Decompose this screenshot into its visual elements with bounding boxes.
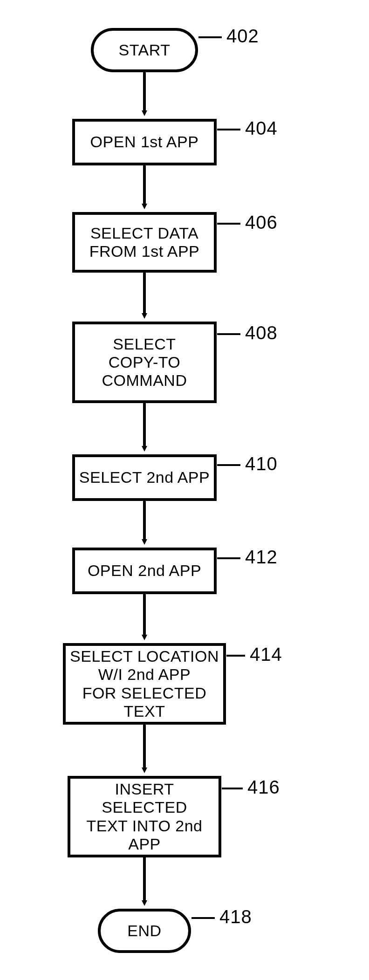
lead-402 — [198, 36, 222, 38]
lead-418 — [191, 917, 215, 919]
ref-406: 406 — [245, 212, 278, 233]
node-select-data: SELECT DATA FROM 1st APP — [72, 212, 217, 273]
lead-404 — [217, 129, 240, 130]
ref-412: 412 — [245, 547, 278, 568]
node-end: END — [98, 909, 191, 953]
node-end-text: END — [127, 922, 161, 940]
node-406-text: SELECT DATA FROM 1st APP — [89, 224, 200, 260]
node-start-text: START — [119, 41, 171, 59]
lead-416 — [222, 788, 243, 789]
node-select-2nd-app: SELECT 2nd APP — [72, 454, 217, 501]
node-open-2nd-app: OPEN 2nd APP — [72, 548, 217, 594]
lead-406 — [217, 223, 240, 225]
node-414-text: SELECT LOCATION W/I 2nd APP FOR SELECTED… — [69, 647, 219, 720]
lead-408 — [217, 333, 240, 335]
node-copy-to: SELECT COPY-TO COMMAND — [72, 322, 217, 403]
ref-414: 414 — [250, 644, 282, 665]
ref-408: 408 — [245, 322, 278, 343]
node-insert-text: INSERT SELECTED TEXT INTO 2nd APP — [68, 776, 221, 857]
lead-414 — [226, 655, 245, 657]
flowchart-canvas: START 402 OPEN 1st APP 404 SELECT DATA F… — [0, 0, 369, 980]
lead-412 — [217, 557, 240, 559]
ref-416: 416 — [247, 777, 280, 798]
node-408-text: SELECT COPY-TO COMMAND — [102, 335, 187, 390]
node-open-1st-app: OPEN 1st APP — [72, 119, 217, 165]
lead-410 — [217, 464, 240, 466]
node-start: START — [91, 28, 198, 72]
ref-418: 418 — [219, 906, 252, 927]
ref-404: 404 — [245, 118, 278, 139]
ref-402: 402 — [226, 26, 259, 47]
node-410-text: SELECT 2nd APP — [79, 468, 210, 487]
node-404-text: OPEN 1st APP — [90, 133, 199, 151]
node-416-text: INSERT SELECTED TEXT INTO 2nd APP — [74, 780, 215, 853]
node-select-location: SELECT LOCATION W/I 2nd APP FOR SELECTED… — [63, 643, 226, 725]
ref-410: 410 — [245, 453, 278, 474]
node-412-text: OPEN 2nd APP — [88, 562, 201, 580]
